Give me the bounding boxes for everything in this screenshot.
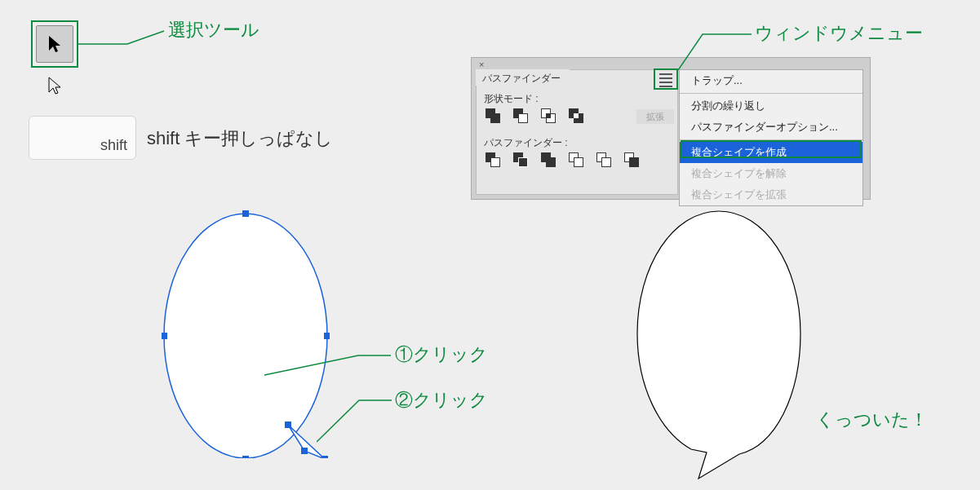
crop-icon[interactable] xyxy=(569,152,585,169)
flyout-item-repeat[interactable]: 分割の繰り返し xyxy=(680,95,862,117)
panel-body xyxy=(476,69,678,195)
annotation-joined: くっついた！ xyxy=(816,408,928,432)
result-speech-bubble xyxy=(635,208,823,485)
callout-line-click1 xyxy=(264,349,395,382)
unite-icon[interactable] xyxy=(486,108,502,125)
annotation-click2: ②クリック xyxy=(395,388,488,413)
annotation-window-menu: ウィンドウメニュー xyxy=(755,21,923,46)
selection-tool-button[interactable] xyxy=(36,25,73,63)
expand-button[interactable]: 拡張 xyxy=(636,109,674,124)
pathfinder-section-label: パスファインダー : xyxy=(484,136,568,150)
shape-mode-icons xyxy=(486,108,585,125)
svg-rect-3 xyxy=(162,333,167,339)
svg-rect-1 xyxy=(242,210,249,217)
cursor-outline-icon xyxy=(47,76,68,97)
panel-tab[interactable]: パスファインダー xyxy=(476,69,570,86)
outline-icon[interactable] xyxy=(596,152,613,169)
callout-line-selection-tool xyxy=(78,29,176,46)
minus-back-icon[interactable] xyxy=(624,152,641,169)
flyout-item-trap[interactable]: トラップ... xyxy=(680,70,862,91)
flyout-menu-button[interactable] xyxy=(657,71,675,87)
minus-front-icon[interactable] xyxy=(513,108,530,125)
shift-key: shift xyxy=(29,116,136,160)
exclude-icon[interactable] xyxy=(569,108,585,125)
trim-icon[interactable] xyxy=(513,152,530,169)
flyout-item-release-compound[interactable]: 複合シェイプを解除 xyxy=(680,163,862,184)
shape-mode-label: 形状モード : xyxy=(484,92,539,106)
flyout-menu: トラップ... 分割の繰り返し パスファインダーオプション... 複合シェイプを… xyxy=(679,69,863,206)
svg-rect-7 xyxy=(321,456,328,458)
callout-line-click2 xyxy=(317,395,398,444)
svg-rect-2 xyxy=(242,456,249,458)
flyout-item-expand-compound[interactable]: 複合シェイプを拡張 xyxy=(680,184,862,205)
cursor-icon xyxy=(47,34,63,54)
annotation-click1: ①クリック xyxy=(395,342,488,367)
pathfinder-icons xyxy=(486,152,641,169)
selected-shapes[interactable] xyxy=(162,210,330,458)
shift-key-label: shift xyxy=(100,137,127,154)
svg-rect-6 xyxy=(285,422,291,428)
panel-close-button[interactable]: × xyxy=(479,60,484,69)
flyout-divider xyxy=(680,93,862,94)
callout-line-window-menu xyxy=(678,29,760,72)
svg-rect-8 xyxy=(301,448,308,454)
svg-point-0 xyxy=(164,214,327,458)
annotation-selection-tool: 選択ツール xyxy=(168,18,259,42)
flyout-item-options[interactable]: パスファインダーオプション... xyxy=(680,117,862,138)
annotation-shift-hold: shift キー押しっぱなし xyxy=(147,126,333,151)
intersect-icon[interactable] xyxy=(541,108,557,125)
svg-rect-4 xyxy=(324,333,330,339)
merge-icon[interactable] xyxy=(541,152,557,169)
flyout-selected-highlight xyxy=(681,140,862,158)
divide-icon[interactable] xyxy=(486,152,502,169)
